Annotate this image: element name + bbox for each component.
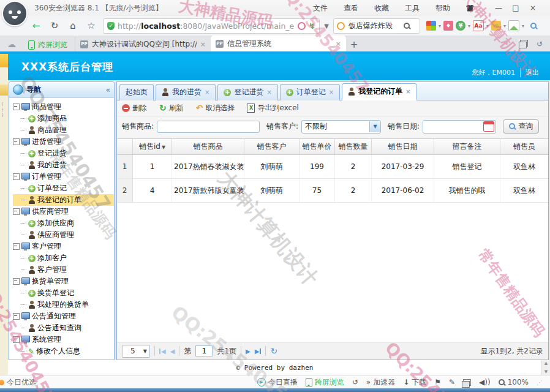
tree-group-supplier[interactable]: 供应商管理: [13, 206, 114, 217]
scroll-up-icon[interactable]: ▲: [544, 361, 548, 366]
tab-register-purchase[interactable]: +登记进货×: [217, 84, 277, 100]
money-tool-icon[interactable]: ¥: [456, 21, 465, 31]
tree-group-system[interactable]: 系统管理: [13, 334, 114, 345]
apps-grid-icon[interactable]: [426, 21, 436, 31]
col-sale-id[interactable]: 销售id▼: [133, 139, 172, 154]
gadget-icon[interactable]: [0, 54, 8, 67]
tab-my-purchase[interactable]: 我的进货×: [156, 84, 216, 100]
tree-item-add-supplier[interactable]: +添加供应商: [13, 217, 114, 229]
delete-button[interactable]: 删除: [122, 103, 147, 113]
image-dropdown-icon[interactable]: ▾: [522, 23, 524, 29]
volume-icon[interactable]: ◀)): [479, 378, 491, 386]
home-icon[interactable]: ⌂: [64, 20, 82, 31]
collapse-icon[interactable]: [13, 243, 20, 250]
tab-close-icon[interactable]: ×: [405, 88, 410, 95]
collapse-sidebar-icon[interactable]: «: [106, 86, 110, 94]
tab-close-icon[interactable]: ×: [200, 40, 206, 48]
font-tool-icon[interactable]: Aa: [473, 20, 484, 31]
side-panel-icon[interactable]: [520, 40, 528, 47]
colorring-icon[interactable]: [298, 22, 306, 30]
tree-item-add-customer[interactable]: +添加客户: [13, 252, 114, 264]
tab-my-orders[interactable]: 我登记的订单×: [342, 83, 416, 100]
url-box[interactable]: ✓ http://localhost:8080/JavaWebProject/m…: [103, 18, 320, 34]
collapse-icon[interactable]: [13, 313, 20, 320]
col-product[interactable]: 销售商品: [172, 139, 244, 154]
maximize-button[interactable]: □: [507, 4, 524, 12]
col-note[interactable]: 留言备注: [434, 139, 500, 154]
collapse-icon[interactable]: [13, 104, 20, 110]
snapshot-tool-icon[interactable]: ◎: [491, 21, 501, 31]
browser-logo-icon[interactable]: [2, 1, 28, 26]
swirl-icon[interactable]: ↺: [352, 378, 358, 386]
bookmark-star-icon[interactable]: ☆: [82, 20, 100, 31]
page-number-input[interactable]: [195, 345, 213, 356]
search-icon[interactable]: [404, 23, 410, 29]
apps-dropdown-icon[interactable]: ▾: [439, 23, 441, 29]
tree-item-order-register[interactable]: +订单登记: [13, 183, 114, 194]
snapshot-dropdown-icon[interactable]: ▾: [503, 23, 506, 29]
minimize-button[interactable]: —: [490, 4, 507, 12]
menu-tools[interactable]: 工具: [405, 3, 420, 13]
tree-item-supplier-manage[interactable]: 供应商管理: [13, 229, 114, 241]
tab-close-icon[interactable]: ×: [266, 89, 271, 96]
col-date[interactable]: 销售日期: [372, 139, 434, 154]
pen-icon[interactable]: ✎: [449, 378, 455, 386]
export-excel-button[interactable]: X导出到excel: [247, 103, 298, 113]
cross-screen-button[interactable]: 跨屏浏览: [21, 38, 75, 51]
accelerator-button[interactable]: »加速器: [366, 377, 395, 388]
filter-date-input[interactable]: [423, 121, 482, 132]
filter-customer-select[interactable]: 不限制 ▼: [301, 120, 381, 134]
tree-item-edit-profile[interactable]: ✎修改个人信息: [13, 345, 114, 357]
query-button[interactable]: 查询: [503, 119, 539, 134]
col-qty[interactable]: 销售数量: [335, 139, 372, 154]
url-dropdown-icon[interactable]: ▼: [320, 23, 333, 29]
tree-group-product[interactable]: 商品管理: [13, 101, 114, 113]
pink-tool-icon[interactable]: ♦: [443, 21, 453, 31]
cross-screen-status-button[interactable]: 跨屏浏览: [306, 377, 344, 388]
browser-tab-info-system[interactable]: PP 信息管理系统 ×: [211, 36, 346, 51]
tree-group-purchase[interactable]: 进货管理: [13, 136, 114, 148]
tab-close-icon[interactable]: ×: [329, 89, 334, 96]
table-row[interactable]: 2 4 2017新款韩版女童装 刘萌萌 75 2 2017-06-02 我销售的…: [117, 179, 548, 203]
window-restore-icon[interactable]: [463, 379, 471, 386]
tree-item-my-exchanges[interactable]: 我处理的换货单: [13, 299, 114, 311]
last-page-icon[interactable]: ▶: [255, 348, 262, 355]
refresh-button[interactable]: ↻刷新: [159, 103, 184, 113]
money-dropdown-icon[interactable]: ▾: [468, 23, 470, 29]
tree-group-exchange[interactable]: 换货单管理: [13, 276, 114, 287]
new-tab-button[interactable]: +: [346, 39, 362, 50]
cancel-selection-button[interactable]: ↶取消选择: [196, 103, 235, 113]
cloud-sync-icon[interactable]: ☁: [7, 39, 16, 49]
tab-close-icon[interactable]: ×: [336, 40, 341, 48]
gadget-icon[interactable]: [0, 85, 8, 96]
next-page-icon[interactable]: ▶: [246, 348, 251, 355]
tree-item-exchange-register[interactable]: +换货单登记: [13, 287, 114, 299]
lightning-icon[interactable]: ↯: [309, 21, 315, 31]
tab-home[interactable]: 起始页: [119, 84, 154, 100]
flag-icon[interactable]: ⚑: [434, 378, 441, 386]
collapse-icon[interactable]: [13, 173, 20, 180]
reload-grid-icon[interactable]: ↻: [270, 347, 277, 355]
zoom-level-button[interactable]: 100%: [499, 378, 529, 386]
tree-item-customer-manage[interactable]: 客户管理: [13, 264, 114, 276]
tree-item-add-product[interactable]: +添加商品: [13, 113, 114, 124]
back-icon[interactable]: ←: [27, 20, 45, 31]
table-row[interactable]: 1 1 2017热销春装淑女装 刘萌萌 199 2 2017-03-29 销售登…: [117, 155, 548, 179]
tree-group-order[interactable]: 订单管理: [13, 171, 114, 183]
tree-item-register-purchase[interactable]: +登记进货: [13, 148, 114, 159]
menu-favorites[interactable]: 收藏: [374, 3, 389, 13]
browser-tab-qq[interactable]: PP 大神设计调试的QQ空间 [http://2545 ×: [75, 37, 211, 51]
tree-group-notice[interactable]: 公告通知管理: [13, 311, 114, 322]
page-zoom-icon[interactable]: [530, 23, 537, 29]
first-page-icon[interactable]: ◀: [159, 348, 166, 355]
menu-file[interactable]: 文件: [313, 3, 328, 13]
col-seller[interactable]: 销售员: [500, 139, 548, 154]
collapse-icon[interactable]: [13, 278, 20, 285]
page-scrollbar[interactable]: ▲ ▼: [541, 360, 550, 375]
tree-group-customer[interactable]: 客户管理: [13, 241, 114, 252]
skin-icon[interactable]: [466, 5, 474, 12]
todays-pick-button[interactable]: 今日优选: [0, 377, 36, 388]
tree-item-my-orders[interactable]: 我登记的订单: [13, 194, 114, 206]
font-dropdown-icon[interactable]: ▾: [486, 23, 489, 29]
menu-view[interactable]: 查看: [344, 3, 358, 13]
